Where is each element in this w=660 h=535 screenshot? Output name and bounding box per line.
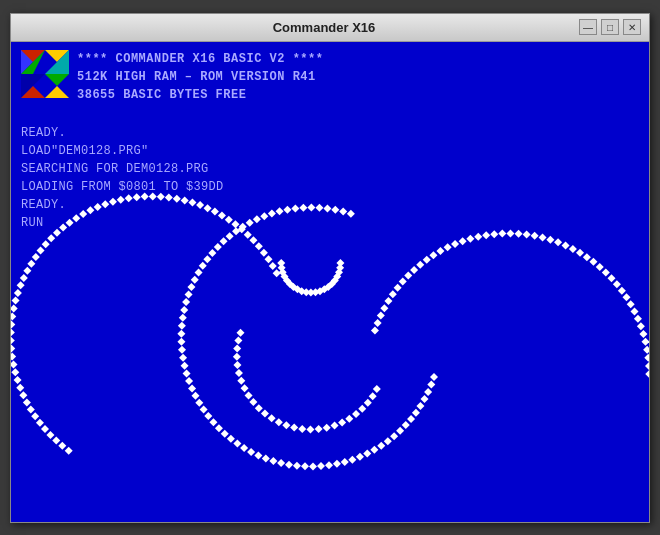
svg-marker-6 — [45, 86, 69, 98]
close-button[interactable]: ✕ — [623, 19, 641, 35]
svg-marker-8 — [45, 74, 69, 86]
titlebar: Commander X16 — □ ✕ — [11, 14, 649, 42]
maximize-button[interactable]: □ — [601, 19, 619, 35]
window-controls: — □ ✕ — [579, 19, 641, 35]
commander-logo — [21, 50, 69, 98]
header-line1: **** COMMANDER X16 BASIC V2 **** — [77, 50, 323, 68]
minimize-button[interactable]: — — [579, 19, 597, 35]
ready-line: READY. — [21, 126, 66, 140]
header-line2: 512K HIGH RAM – ROM VERSION R41 — [77, 68, 323, 86]
window-title: Commander X16 — [69, 20, 579, 35]
graphics-area — [11, 152, 649, 522]
logo-area: **** COMMANDER X16 BASIC V2 **** 512K HI… — [21, 50, 639, 104]
header-text-block: **** COMMANDER X16 BASIC V2 **** 512K HI… — [77, 50, 323, 104]
terminal-screen: **** COMMANDER X16 BASIC V2 **** 512K HI… — [11, 42, 649, 522]
application-window: Commander X16 — □ ✕ — [10, 13, 650, 523]
header-line3: 38655 BASIC BYTES FREE — [77, 86, 323, 104]
spiral-canvas — [11, 152, 649, 522]
